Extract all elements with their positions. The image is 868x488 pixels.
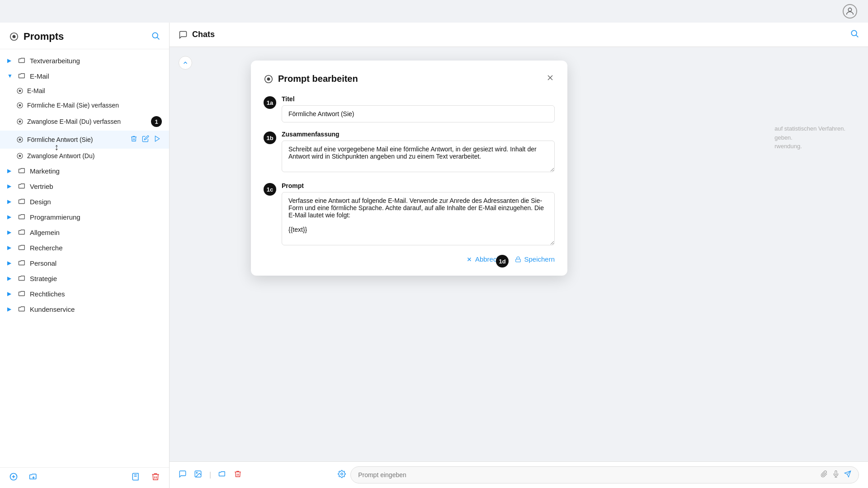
form-label-summary: Zusammenfassung	[282, 131, 555, 138]
prompt-label: E-Mail	[27, 87, 162, 94]
title-input[interactable]	[282, 105, 555, 122]
chat-footer: |	[170, 461, 868, 488]
folder-icon	[18, 259, 26, 267]
svg-point-34	[341, 473, 343, 475]
chevron-right-icon: ▶	[7, 57, 14, 64]
folder-label: Textverarbeitung	[30, 57, 80, 65]
sidebar-item-zwanglos-antwort[interactable]: Zwanglose Antwort (Du)	[0, 149, 169, 163]
delete-button[interactable]	[151, 472, 160, 483]
sidebar-item-personal[interactable]: ▶ Personal	[0, 255, 169, 271]
chevron-right-icon: ▶	[7, 214, 14, 220]
folder-label: Kundenservice	[30, 305, 75, 313]
folder-icon	[18, 72, 26, 80]
sidebar-item-email-folder[interactable]: ▼ E-Mail	[0, 68, 169, 84]
prompts-icon	[9, 32, 19, 42]
chat-area: Chats Prompt bearbeiten	[170, 23, 868, 488]
chevron-right-icon: ▶	[7, 275, 14, 282]
sidebar-item-kundenservice[interactable]: ▶ Kundenservice	[0, 301, 169, 317]
sidebar-item-email-prompt[interactable]: E-Mail	[0, 84, 169, 98]
run-prompt-button[interactable]	[153, 134, 162, 145]
attach-icon[interactable]	[821, 470, 828, 479]
sidebar-item-strategie[interactable]: ▶ Strategie	[0, 271, 169, 286]
sidebar-list: ▶ Textverarbeitung ▼ E-Mail E-Mail Förml…	[0, 49, 169, 467]
prompt-textarea[interactable]: Verfasse eine Antwort auf folgende E-Mai…	[282, 192, 555, 245]
user-avatar[interactable]	[843, 4, 857, 19]
new-chat-button[interactable]	[179, 470, 187, 480]
sidebar-item-foermlich-verfassen[interactable]: Förmliche E-Mail (Sie) verfassen	[0, 98, 169, 113]
send-icon[interactable]	[844, 470, 851, 479]
sidebar-item-programmierung[interactable]: ▶ Programmierung	[0, 209, 169, 225]
prompt-icon	[16, 136, 24, 143]
folder-icon	[18, 305, 26, 313]
form-field-title: Titel	[282, 95, 555, 122]
chevron-right-icon: ▶	[7, 168, 14, 174]
sidebar-item-foermlich-antwort[interactable]: Förmliche Antwort (Sie) ↕	[0, 131, 169, 149]
notification-badge: 1	[151, 116, 162, 127]
form-section-summary: 1b Zusammenfassung Schreibt auf eine vor…	[264, 131, 555, 174]
main-container: Prompts ▶ Textverarbeitung ▼ E-Mail	[0, 23, 868, 488]
sidebar-item-rechtliches[interactable]: ▶ Rechtliches	[0, 286, 169, 301]
edit-prompt-button[interactable]	[141, 134, 150, 145]
sidebar-search-icon[interactable]	[151, 31, 160, 42]
chat-search-icon[interactable]	[850, 29, 859, 40]
svg-point-33	[196, 472, 197, 473]
save-button[interactable]: Speichern	[515, 255, 555, 263]
svg-point-23	[851, 30, 857, 36]
step-badge-1c: 1c	[264, 183, 276, 196]
book-button[interactable]	[131, 472, 140, 483]
svg-marker-13	[155, 136, 159, 141]
chat-input[interactable]	[358, 471, 817, 479]
folder-label: E-Mail	[30, 72, 49, 80]
folder-label: Strategie	[30, 275, 57, 282]
svg-point-0	[848, 8, 851, 11]
chevron-down-icon: ▼	[7, 73, 14, 79]
delete-chat-button[interactable]	[234, 470, 242, 480]
topbar	[0, 0, 868, 23]
folder-icon	[18, 274, 26, 282]
prompt-icon	[16, 87, 24, 94]
chevron-right-icon: ▶	[7, 306, 14, 312]
svg-point-6	[19, 90, 21, 92]
sidebar-item-textverarbeitung[interactable]: ▶ Textverarbeitung	[0, 53, 169, 68]
collapse-button[interactable]	[179, 56, 192, 70]
form-label-title: Titel	[282, 95, 555, 103]
settings-button[interactable]	[338, 470, 346, 480]
chat-input-actions	[821, 470, 851, 479]
prompt-label: Förmliche E-Mail (Sie) verfassen	[27, 102, 162, 109]
folder-label: Recherche	[30, 244, 63, 252]
folder-icon	[18, 244, 26, 252]
separator: |	[209, 471, 211, 479]
image-button[interactable]	[194, 470, 202, 480]
mic-icon[interactable]	[832, 470, 840, 479]
folder-button[interactable]	[218, 470, 226, 480]
modal-prompt-icon	[264, 74, 274, 84]
sidebar-item-vertrieb[interactable]: ▶ Vertrieb	[0, 178, 169, 194]
folder-icon	[18, 197, 26, 206]
modal-close-button[interactable]	[546, 73, 555, 84]
sidebar-item-marketing[interactable]: ▶ Marketing	[0, 163, 169, 178]
sidebar-item-allgemein[interactable]: ▶ Allgemein	[0, 225, 169, 240]
prompt-icon	[16, 118, 24, 125]
chevron-right-icon: ▶	[7, 229, 14, 235]
sidebar-item-zwanglos-verfassen[interactable]: Zwanglose E-Mail (Du) verfassen 1	[0, 113, 169, 131]
svg-rect-31	[516, 259, 521, 262]
chat-title-wrap: Chats	[179, 30, 215, 39]
chat-content: Prompt bearbeiten 1a Titel	[170, 47, 868, 461]
folder-label: Marketing	[30, 167, 60, 175]
prompt-label: Förmliche Antwort (Sie)	[27, 136, 126, 143]
add-prompt-button[interactable]	[9, 472, 18, 483]
sidebar-header: Prompts	[0, 23, 169, 49]
folder-label: Programmierung	[30, 213, 80, 221]
form-label-prompt: Prompt	[282, 182, 555, 189]
summary-textarea[interactable]: Schreibt auf eine vorgegebene Mail eine …	[282, 141, 555, 172]
prompt-label: Zwanglose Antwort (Du)	[27, 152, 162, 160]
sidebar-item-design[interactable]: ▶ Design	[0, 194, 169, 209]
step-badge-1d: 1d	[496, 255, 509, 267]
folder-label: Vertrieb	[30, 183, 53, 190]
step-badge-1a: 1a	[264, 96, 276, 109]
sidebar-item-recherche[interactable]: ▶ Recherche	[0, 240, 169, 255]
folder-icon	[18, 213, 26, 221]
modal-footer: 1d Abbrechen Speichern	[264, 255, 555, 263]
delete-prompt-button[interactable]	[129, 134, 138, 145]
add-folder-button[interactable]	[29, 472, 38, 483]
